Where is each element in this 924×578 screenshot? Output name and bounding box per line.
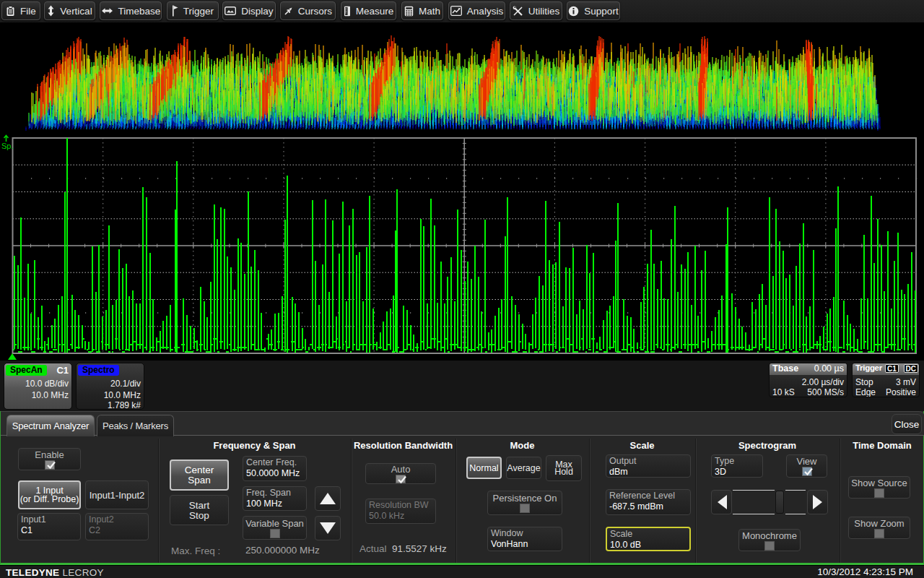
svg-text:Sp.: Sp.	[1, 142, 14, 150]
